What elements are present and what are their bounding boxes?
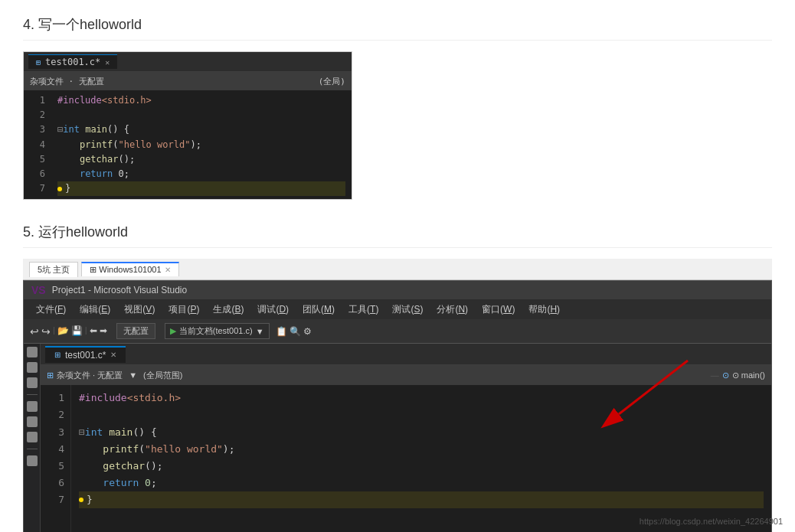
browser-tab-bar[interactable]: 5坑 主页 ⊞ Windows101001 ✕ (23, 259, 772, 280)
icon1[interactable]: 📋 (276, 326, 287, 337)
file-icon: ⊞ (36, 58, 41, 67)
sidebar-icon-7 (27, 455, 38, 466)
vs-sidebar (24, 344, 41, 532)
vs-title-text: Project1 - Microsoft Visual Studio (52, 285, 188, 295)
tab-close-large[interactable]: ✕ (110, 351, 116, 359)
section4-code-lines: #include<stdio.h> ⊟int main() { printf("… (51, 90, 352, 199)
menu-window[interactable]: 窗口(W) (476, 302, 521, 318)
browser-tab-windows[interactable]: ⊞ Windows101001 ✕ (81, 262, 178, 276)
extra-toolbar-icons: 📋 🔍 ⚙ (276, 326, 312, 337)
open-icon[interactable]: 📂 (57, 325, 69, 338)
section5: 5. 运行helloworld 5坑 主页 ⊞ Windows101001 ✕ … (23, 223, 772, 532)
run-icon: ▶ (170, 326, 176, 336)
browser-tab-home[interactable]: 5坑 主页 (29, 262, 78, 277)
vs-menu-bar: 文件(F) 编辑(E) 视图(V) 项目(P) 生成(B) 调试(D) 团队(M… (24, 299, 771, 319)
menu-edit[interactable]: 编辑(E) (74, 302, 116, 318)
vs-studio-window: VS Project1 - Microsoft Visual Studio 文件… (23, 280, 772, 532)
menu-tools[interactable]: 工具(T) (342, 302, 384, 318)
tab-label: test001.c* (45, 57, 100, 67)
section4-title: 4. 写一个helloworld (23, 15, 772, 41)
config-dropdown[interactable]: 无配置 (116, 323, 155, 339)
vs-code-editor: 1234567 #include<stdio.h> ⊟int main() { … (41, 385, 771, 532)
breadcrumb: 杂项文件 · 无配置 (30, 76, 104, 87)
sep1: | (53, 325, 55, 338)
sidebar-divider2 (27, 449, 38, 449)
menu-project[interactable]: 项目(P) (162, 302, 205, 318)
menu-team[interactable]: 团队(M) (296, 302, 341, 318)
vs-title-bar: VS Project1 - Microsoft Visual Studio (24, 281, 771, 299)
menu-debug[interactable]: 调试(D) (251, 302, 295, 318)
redo-icon[interactable]: ↪ (41, 325, 51, 338)
icon3[interactable]: ⚙ (303, 326, 312, 337)
vs-tab-main: ⊞ test001.c* ✕ (45, 346, 126, 363)
section5-title: 5. 运行helloworld (23, 223, 772, 248)
menu-analyze[interactable]: 分析(N) (430, 302, 474, 318)
sidebar-icon-3 (27, 377, 38, 388)
vs-tab-bar: ⊞ test001.c* ✕ (41, 344, 771, 365)
vs-code-lines: #include<stdio.h> ⊟int main() { printf("… (71, 385, 771, 532)
menu-file[interactable]: 文件(F) (30, 302, 72, 318)
section4-code-screenshot: ⊞ test001.c* ✕ 杂项文件 · 无配置 (全局) 1234567 #… (23, 51, 352, 200)
section4-tab-bar: ⊞ test001.c* ✕ (24, 52, 352, 72)
menu-view[interactable]: 视图(V) (118, 302, 161, 318)
run-button[interactable]: ▶ 当前文档(test001.c) ▼ (165, 323, 270, 339)
vs-line-numbers: 1234567 (41, 385, 71, 532)
run-dropdown-icon[interactable]: ▼ (256, 327, 264, 336)
vs-content-area: ⊞ test001.c* ✕ ⊞ 杂项文件 · 无配置 ▼ (全局范围) (24, 344, 771, 532)
icon2[interactable]: 🔍 (290, 326, 301, 337)
back-icon[interactable]: ⬅ (90, 325, 97, 338)
sidebar-icon-4 (27, 401, 38, 412)
run-label: 当前文档(test001.c) (179, 325, 253, 337)
file-icon-large: ⊞ (54, 351, 61, 359)
sidebar-icon-5 (27, 416, 38, 427)
section4-line-numbers: 1234567 (24, 90, 51, 199)
vs-nav-toolbar: ⊞ 杂项文件 · 无配置 ▼ (全局范围) — ⊙ ⊙ main() (41, 365, 771, 385)
scope-icon: ⊙ (722, 370, 729, 380)
tab-label-large: test001.c* (65, 350, 106, 361)
menu-help[interactable]: 帮助(H) (522, 302, 566, 318)
scope: (全局) (319, 76, 345, 87)
sidebar-icon-6 (27, 432, 38, 442)
undo-icon[interactable]: ↩ (30, 325, 39, 338)
menu-test[interactable]: 测试(S) (386, 302, 429, 318)
tab-close-icon[interactable]: ✕ (165, 266, 171, 274)
section4-code-area: 1234567 #include<stdio.h> ⊟int main() { … (24, 90, 352, 199)
menu-build[interactable]: 生成(B) (207, 302, 250, 318)
toolbar-icons: ↩ ↪ | 📂 💾 | ⬅ ➡ (30, 325, 107, 338)
nav-scope: (全局范围) (143, 370, 182, 381)
sep2: | (85, 325, 87, 338)
nav-path: 杂项文件 · 无配置 (57, 370, 123, 381)
sidebar-icon-2 (27, 362, 38, 373)
section4-toolbar: 杂项文件 · 无配置 (全局) (24, 72, 352, 90)
scope-func: ⊙ main() (732, 370, 765, 380)
vs-command-bar: ↩ ↪ | 📂 💾 | ⬅ ➡ 无配置 ▶ 当前文档(test001.c) ▼ (24, 319, 771, 344)
vs-logo: VS (31, 284, 46, 296)
vs-window-content: VS Project1 - Microsoft Visual Studio 文件… (23, 280, 772, 532)
nav-file-icon: ⊞ (47, 370, 54, 380)
section4-tab: ⊞ test001.c* ✕ (28, 54, 117, 69)
sidebar-icon-1 (27, 347, 38, 357)
close-icon[interactable]: ✕ (105, 58, 110, 67)
vs-main-editor: ⊞ test001.c* ✕ ⊞ 杂项文件 · 无配置 ▼ (全局范围) (41, 344, 771, 532)
sidebar-divider (27, 394, 38, 395)
forward-icon[interactable]: ➡ (100, 325, 107, 338)
footer-url: https://blog.csdp.net/weixin_42264901 (640, 517, 783, 526)
save-icon[interactable]: 💾 (71, 325, 83, 338)
